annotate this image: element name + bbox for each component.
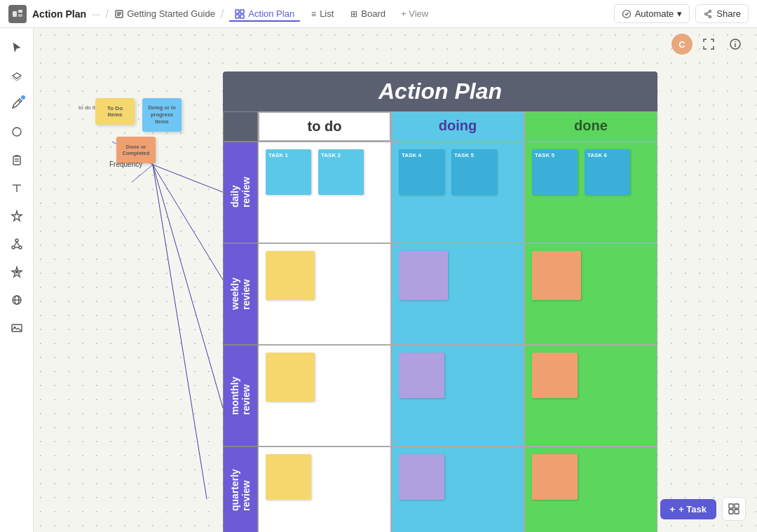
legend-doing-note[interactable]: Doing or In progress Items — [142, 98, 182, 132]
cell-weekly-todo[interactable] — [258, 243, 391, 345]
legend-todo-note[interactable]: To Do Items — [95, 98, 135, 125]
svg-rect-9 — [236, 15, 239, 18]
cell-daily-todo[interactable]: TASK 1 TASK 2 — [258, 142, 391, 243]
svg-line-42 — [153, 165, 207, 499]
app-name-menu[interactable]: ··· — [92, 8, 100, 20]
svg-point-30 — [15, 271, 18, 273]
image-tool[interactable] — [4, 315, 29, 341]
cell-monthly-done[interactable] — [524, 345, 657, 446]
board-grid: dailyreview TASK 1 TASK 2 TASK 4 TASK 5 … — [223, 142, 657, 532]
task-weekly-todo[interactable] — [266, 251, 315, 300]
svg-rect-48 — [729, 510, 733, 514]
task-monthly-todo[interactable] — [266, 353, 315, 402]
task-6[interactable]: TASK 6 — [585, 149, 630, 195]
row-label-quarterly: quarterlyreview — [223, 446, 258, 532]
svg-line-17 — [18, 100, 20, 102]
svg-point-18 — [13, 128, 21, 136]
fit-view-button[interactable] — [698, 34, 719, 55]
cell-monthly-doing[interactable] — [391, 345, 524, 446]
text-tool[interactable] — [4, 175, 29, 200]
star-tool[interactable] — [4, 259, 29, 285]
svg-point-25 — [12, 246, 15, 249]
svg-line-16 — [707, 14, 709, 16]
task-5-done[interactable]: TASK 5 — [532, 149, 578, 195]
cell-daily-doing[interactable]: TASK 4 TASK 5 — [391, 142, 524, 243]
svg-rect-0 — [13, 11, 17, 17]
svg-rect-7 — [236, 10, 239, 13]
board-container: Action Plan to do doing done dailyreview… — [223, 71, 657, 532]
automate-button[interactable]: Automate ▾ — [614, 4, 690, 23]
left-toolbar — [0, 28, 34, 532]
topbar: Action Plan ··· / Getting Started Guide … — [0, 0, 757, 28]
app-name: Action Plan — [32, 8, 86, 20]
bottom-right-buttons: + + Task — [660, 497, 746, 521]
cell-quarterly-todo[interactable] — [258, 446, 391, 532]
svg-rect-1 — [18, 10, 22, 13]
globe-tool[interactable] — [4, 287, 29, 313]
task-2[interactable]: TASK 2 — [318, 149, 364, 195]
col-header-doing: doing — [391, 111, 524, 142]
sparkle-tool[interactable] — [4, 203, 29, 229]
svg-point-26 — [19, 246, 22, 249]
svg-line-28 — [17, 242, 20, 246]
canvas[interactable]: to do items To Do Items Doing or In prog… — [34, 28, 757, 532]
cell-weekly-doing[interactable] — [391, 243, 524, 345]
cursor-tool[interactable] — [4, 35, 29, 60]
nodes-tool[interactable] — [4, 231, 29, 257]
user-avatar[interactable]: C — [671, 34, 693, 55]
svg-line-41 — [153, 165, 223, 408]
board-title: Action Plan — [223, 71, 657, 111]
cell-daily-done[interactable]: TASK 5 TASK 6 — [524, 142, 657, 243]
info-button[interactable] — [725, 34, 746, 55]
header-empty-cell — [223, 111, 258, 142]
grid-view-button[interactable] — [722, 497, 746, 521]
add-task-button[interactable]: + + Task — [660, 499, 716, 519]
main-layout: to do items To Do Items Doing or In prog… — [0, 28, 757, 532]
top-right-icons: C — [671, 34, 746, 55]
svg-rect-10 — [240, 15, 244, 18]
svg-point-24 — [15, 239, 18, 242]
svg-line-27 — [14, 242, 17, 246]
task-5-doing[interactable]: TASK 5 — [451, 149, 497, 195]
task-quarterly-doing[interactable] — [399, 454, 444, 500]
share-button[interactable]: Share — [695, 4, 749, 23]
add-view-button[interactable]: + View — [397, 6, 432, 22]
app-logo[interactable] — [8, 5, 27, 23]
task-monthly-doing[interactable] — [399, 353, 444, 398]
task-weekly-done[interactable] — [532, 251, 581, 300]
legend-done-note[interactable]: Done or Completed — [116, 137, 156, 163]
tab-action-plan[interactable]: Action Plan — [229, 6, 300, 22]
svg-rect-49 — [735, 510, 739, 514]
tab-list[interactable]: ≡ List — [306, 6, 339, 22]
svg-rect-2 — [18, 14, 22, 17]
frequency-label: Frequency — [109, 161, 142, 168]
clipboard-tool[interactable] — [4, 147, 29, 172]
cell-quarterly-doing[interactable] — [391, 446, 524, 532]
layers-tool[interactable] — [4, 63, 29, 88]
breadcrumb-guide[interactable]: Getting Started Guide — [114, 8, 215, 19]
row-label-daily: dailyreview — [223, 142, 258, 243]
svg-point-45 — [735, 41, 736, 43]
row-label-weekly: weeklyreview — [223, 243, 258, 345]
svg-rect-19 — [13, 156, 20, 165]
row-label-monthly: monthlyreview — [223, 345, 258, 446]
circle-tool[interactable] — [4, 119, 29, 144]
cell-monthly-todo[interactable] — [258, 345, 391, 446]
task-1[interactable]: TASK 1 — [266, 149, 311, 195]
tab-board[interactable]: ⊞ Board — [345, 6, 391, 22]
task-weekly-doing[interactable] — [399, 251, 448, 300]
task-quarterly-todo[interactable] — [266, 454, 311, 500]
pencil-tool[interactable] — [4, 91, 29, 116]
task-quarterly-done[interactable] — [532, 454, 578, 500]
svg-rect-47 — [735, 504, 739, 508]
svg-line-15 — [707, 11, 709, 13]
task-monthly-done[interactable] — [532, 353, 578, 398]
cell-quarterly-done[interactable] — [524, 446, 657, 532]
svg-rect-8 — [240, 10, 244, 13]
cell-weekly-done[interactable] — [524, 243, 657, 345]
board-column-headers: to do doing done — [223, 111, 657, 142]
svg-rect-46 — [729, 504, 733, 508]
col-header-todo: to do — [258, 111, 391, 142]
task-4[interactable]: TASK 4 — [399, 149, 444, 195]
col-header-done: done — [524, 111, 657, 142]
